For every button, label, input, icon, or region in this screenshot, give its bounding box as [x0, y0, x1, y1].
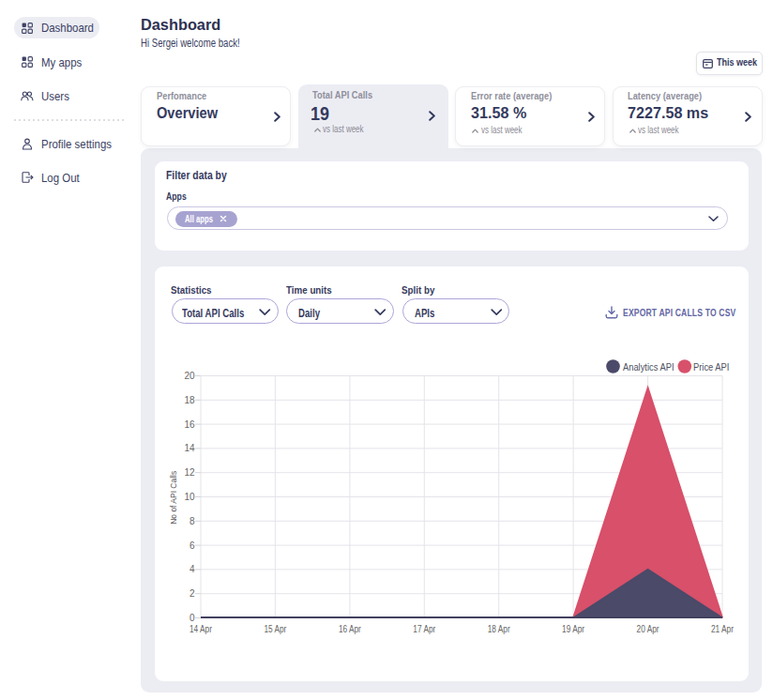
svg-text:12: 12 [184, 467, 195, 478]
svg-text:18: 18 [184, 395, 195, 405]
svg-text:Price API: Price API [693, 361, 729, 373]
svg-text:20 Apr: 20 Apr [637, 624, 660, 634]
svg-text:21 Apr: 21 Apr [711, 624, 735, 634]
svg-text:2: 2 [189, 588, 195, 599]
svg-text:16: 16 [184, 419, 195, 430]
svg-text:20: 20 [184, 371, 195, 381]
svg-text:Analytics API: Analytics API [623, 361, 674, 373]
svg-text:15 Apr: 15 Apr [264, 624, 287, 634]
svg-text:8: 8 [189, 516, 195, 526]
svg-text:0: 0 [189, 613, 195, 623]
svg-text:16 Apr: 16 Apr [339, 624, 362, 634]
svg-text:4: 4 [189, 564, 195, 574]
svg-text:19 Apr: 19 Apr [562, 624, 585, 634]
svg-text:No of API Calls: No of API Calls [170, 470, 179, 524]
svg-text:14: 14 [184, 443, 195, 453]
svg-text:6: 6 [189, 540, 195, 551]
svg-text:18 Apr: 18 Apr [488, 624, 511, 634]
svg-text:17 Apr: 17 Apr [413, 624, 436, 634]
svg-text:10: 10 [184, 492, 195, 502]
svg-text:14 Apr: 14 Apr [189, 624, 213, 634]
